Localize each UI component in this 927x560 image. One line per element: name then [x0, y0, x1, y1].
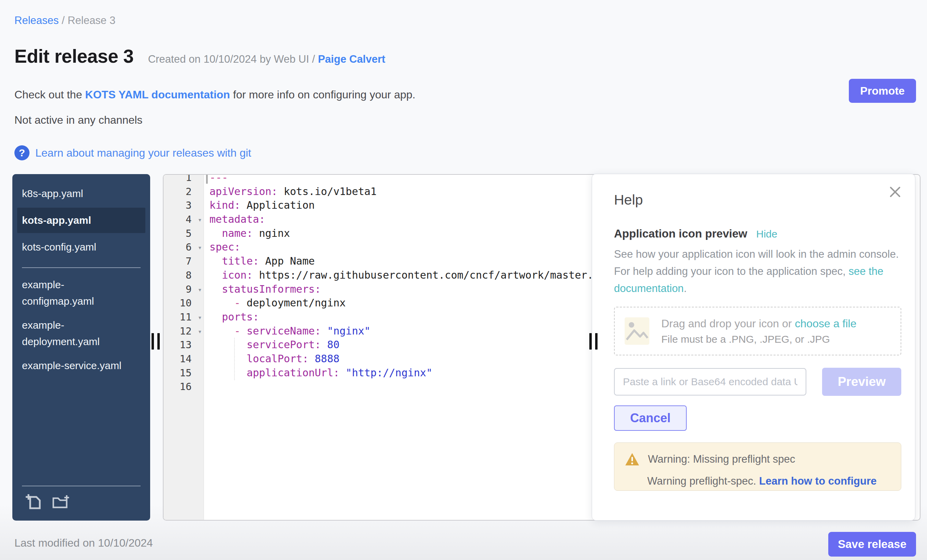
code-text: spec:	[204, 240, 240, 254]
line-number: 10	[164, 296, 204, 310]
line-number: 15	[164, 366, 204, 380]
close-help-button[interactable]	[888, 185, 902, 199]
code-text: servicePort: 80	[204, 338, 339, 352]
save-release-button[interactable]: Save release	[828, 532, 916, 557]
git-help-row[interactable]: ? Learn about managing your releases wit…	[14, 145, 251, 160]
dropzone-text: Drag and drop your icon or choose a file	[661, 317, 856, 330]
sidebar-item-kots-app-yaml[interactable]: kots-app.yaml	[17, 208, 145, 233]
warning-icon	[625, 452, 640, 466]
icon-url-input[interactable]	[614, 368, 806, 396]
sidebar-file-list-top: k8s-app.yamlkots-app.yamlkots-config.yam…	[12, 182, 150, 259]
line-number: 8	[164, 269, 204, 282]
icon-url-row: Preview	[614, 368, 901, 396]
created-info: Created on 10/10/2024 by Web UI / Paige …	[148, 53, 385, 65]
docs-hint: Check out the KOTS YAML documentation fo…	[14, 88, 415, 101]
warning-title: Warning: Missing preflight spec	[648, 453, 795, 465]
code-text	[204, 380, 210, 394]
code-text: icon: https://raw.githubusercontent.com/…	[204, 269, 593, 282]
line-number: 3	[164, 199, 204, 212]
code-text: kind: Application	[204, 199, 315, 212]
created-text: Created on 10/10/2024 by Web UI /	[148, 53, 315, 65]
help-circle-icon: ?	[14, 145, 29, 160]
breadcrumb-current: Release 3	[68, 14, 115, 26]
git-releases-link[interactable]: Learn about managing your releases with …	[35, 147, 251, 159]
sidebar-item-k8s-app-yaml[interactable]: k8s-app.yaml	[12, 182, 150, 206]
line-number: 7	[164, 254, 204, 269]
line-number: 12▾	[164, 324, 204, 338]
code-text: apiVersion: kots.io/v1beta1	[204, 185, 377, 199]
kots-yaml-docs-link[interactable]: KOTS YAML documentation	[85, 88, 230, 101]
close-icon	[888, 185, 902, 199]
help-panel-resize-handle[interactable]	[589, 333, 598, 349]
code-text: - serviceName: "nginx"	[204, 324, 371, 338]
code-text: ports:	[204, 310, 259, 324]
section-title: Application icon preview	[614, 227, 748, 240]
icon-dropzone[interactable]: Drag and drop your icon or choose a file…	[614, 307, 901, 355]
learn-how-to-configure-link[interactable]: Learn how to configure	[759, 475, 877, 487]
sidebar-footer	[22, 486, 141, 521]
fold-toggle-icon[interactable]: ▾	[198, 283, 202, 297]
editor-cursor	[206, 174, 208, 184]
new-file-icon[interactable]	[25, 493, 43, 510]
sidebar-resize-handle[interactable]	[152, 333, 160, 349]
code-text: statusInformers:	[204, 282, 321, 296]
dropzone-text-block: Drag and drop your icon or choose a file…	[661, 317, 856, 345]
icon-preview-section-header: Application icon preview Hide	[614, 227, 901, 240]
choose-file-link[interactable]: choose a file	[795, 317, 857, 330]
help-panel: Help Application icon preview Hide See h…	[592, 174, 915, 521]
hide-link[interactable]: Hide	[756, 228, 778, 240]
sidebar-divider	[22, 267, 141, 268]
preflight-warning-box: Warning: Missing preflight spec Warning …	[614, 442, 901, 491]
code-text: - deployment/nginx	[204, 296, 346, 310]
preview-button[interactable]: Preview	[822, 368, 901, 396]
promote-button[interactable]: Promote	[849, 79, 916, 103]
breadcrumb-separator: /	[62, 14, 68, 26]
sidebar-item-example-deployment-yaml[interactable]: example- deployment.yaml	[12, 313, 150, 354]
line-number: 16	[164, 380, 204, 394]
code-text: ---	[204, 174, 228, 185]
breadcrumb: Releases / Release 3	[14, 14, 115, 27]
line-number: 11▾	[164, 310, 204, 324]
help-title: Help	[614, 192, 901, 208]
line-number: 5	[164, 226, 204, 241]
dropzone-hint: File must be a .PNG, .JPEG, or .JPG	[661, 334, 856, 345]
code-text: localPort: 8888	[204, 352, 339, 366]
warning-detail: Warning preflight-spec. Learn how to con…	[625, 475, 891, 487]
fold-toggle-icon[interactable]: ▾	[198, 213, 202, 227]
breadcrumb-releases-link[interactable]: Releases	[14, 14, 59, 26]
fold-toggle-icon[interactable]: ▾	[198, 325, 202, 338]
line-number: 9▾	[164, 282, 204, 296]
last-modified-text: Last modified on 10/10/2024	[14, 537, 153, 549]
docs-prefix: Check out the	[14, 88, 85, 101]
line-number: 1	[164, 174, 204, 185]
sidebar-item-example-service-yaml[interactable]: example-service.yaml	[12, 354, 150, 378]
fold-toggle-icon[interactable]: ▾	[198, 311, 202, 325]
line-number: 13	[164, 338, 204, 352]
code-text: title: App Name	[204, 254, 315, 269]
code-text: metadata:	[204, 212, 265, 226]
line-number: 2	[164, 185, 204, 199]
page-title: Edit release 3	[14, 45, 134, 67]
title-row: Edit release 3 Created on 10/10/2024 by …	[14, 45, 385, 67]
code-text: name: nginx	[204, 226, 290, 241]
description-period: .	[684, 282, 687, 294]
created-author-link[interactable]: Paige Calvert	[318, 53, 385, 65]
line-number: 6▾	[164, 240, 204, 254]
icon-preview-description: See how your application icon will look …	[614, 246, 901, 297]
docs-suffix: for more info on configuring your app.	[230, 88, 415, 101]
sidebar-item-kots-config-yaml[interactable]: kots-config.yaml	[12, 235, 150, 259]
new-folder-icon[interactable]	[52, 493, 70, 510]
cancel-button[interactable]: Cancel	[614, 405, 687, 431]
file-sidebar: k8s-app.yamlkots-app.yamlkots-config.yam…	[12, 174, 150, 521]
sidebar-item-example-configmap-yaml[interactable]: example- configmap.yaml	[12, 273, 150, 313]
line-number: 4▾	[164, 212, 204, 226]
sidebar-file-list-bottom: example- configmap.yamlexample- deployme…	[12, 273, 150, 378]
channel-status: Not active in any channels	[14, 114, 143, 126]
image-placeholder-icon	[624, 317, 650, 345]
line-number: 14	[164, 352, 204, 366]
code-text: applicationUrl: "http://nginx"	[204, 366, 432, 380]
fold-toggle-icon[interactable]: ▾	[198, 241, 202, 255]
